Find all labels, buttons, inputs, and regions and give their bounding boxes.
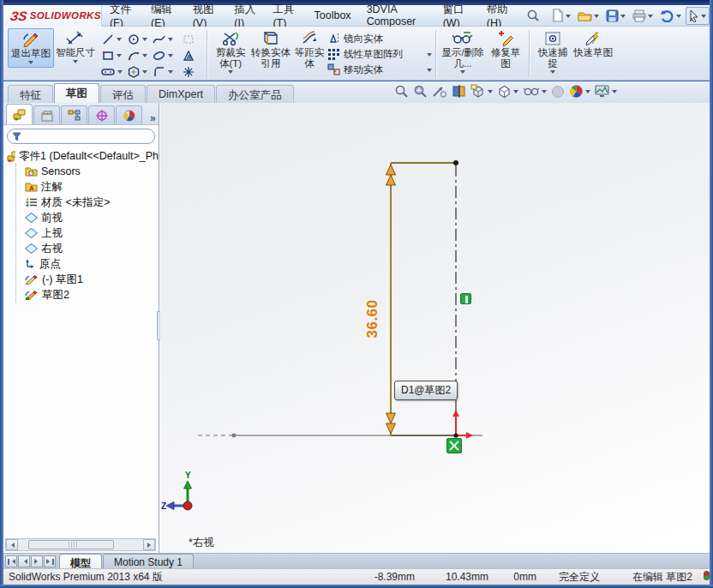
select-tool-button[interactable] bbox=[686, 7, 710, 25]
dimension-value[interactable]: 36.60 bbox=[364, 291, 381, 347]
zoom-to-area-icon[interactable] bbox=[413, 84, 428, 99]
trim-entities-caret[interactable] bbox=[228, 70, 233, 76]
tree-root-part[interactable]: 零件1 (Default<<Default>_Ph bbox=[7, 148, 159, 164]
tab-sketch[interactable]: 草图 bbox=[54, 83, 99, 103]
move-entities-caret[interactable] bbox=[427, 69, 432, 75]
line-tool[interactable] bbox=[99, 31, 124, 47]
polygon-tool-caret[interactable] bbox=[142, 70, 147, 76]
arc-tool-caret[interactable] bbox=[142, 54, 147, 60]
display-style-caret[interactable] bbox=[513, 90, 518, 96]
tab-features[interactable]: 特征 bbox=[8, 85, 53, 103]
ellipse-tool[interactable] bbox=[150, 47, 176, 63]
save-dropdown-caret[interactable] bbox=[620, 15, 626, 21]
linear-pattern-caret[interactable] bbox=[427, 53, 432, 59]
tree-item-top-plane[interactable]: 上视 bbox=[25, 225, 159, 241]
tree-item-sketch2[interactable]: 草图2 bbox=[25, 287, 159, 303]
open-dropdown-caret[interactable] bbox=[594, 15, 599, 21]
sketch-text-tool[interactable]: A bbox=[176, 47, 201, 63]
new-document-button[interactable] bbox=[548, 7, 573, 24]
offset-entities-button[interactable]: 等距实体 bbox=[291, 28, 327, 69]
hide-show-items-caret[interactable] bbox=[542, 90, 547, 96]
spline-tool-caret[interactable] bbox=[168, 38, 173, 44]
vertical-relation-badge[interactable] bbox=[460, 293, 471, 304]
next-tab-button[interactable] bbox=[31, 555, 43, 567]
scrollbar-thumb[interactable] bbox=[28, 540, 114, 549]
fillet-tool[interactable] bbox=[150, 63, 176, 80]
tree-item-front-plane[interactable]: 前视 bbox=[25, 210, 159, 225]
quick-snaps-button[interactable]: 快速捕捉 bbox=[533, 28, 572, 76]
new-dropdown-caret[interactable] bbox=[566, 15, 571, 21]
scroll-right-arrow[interactable] bbox=[143, 539, 155, 550]
repair-sketch-button[interactable]: 修复草图 bbox=[486, 28, 525, 69]
edit-appearance-caret[interactable] bbox=[585, 90, 590, 96]
tree-item-annotations[interactable]: + A 注解 bbox=[25, 179, 159, 195]
mirror-entities-button[interactable]: 镜向实体 bbox=[327, 31, 432, 46]
tab-office-products[interactable]: 办公室产品 bbox=[216, 85, 294, 103]
slot-tool-caret[interactable] bbox=[117, 70, 123, 76]
circle-tool-caret[interactable] bbox=[142, 38, 147, 44]
convert-entities-button[interactable]: 转换实体引用 bbox=[250, 28, 291, 69]
tab-dimxpert[interactable]: DimXpert bbox=[147, 85, 215, 103]
zoom-to-fit-icon[interactable] bbox=[394, 84, 409, 99]
save-button[interactable] bbox=[603, 8, 628, 24]
menu-toolbox[interactable]: Toolbox bbox=[307, 7, 359, 24]
tree-item-sketch1[interactable]: (-) 草图1 bbox=[25, 272, 159, 287]
previous-tab-button[interactable] bbox=[18, 555, 30, 567]
point-tool[interactable] bbox=[176, 63, 201, 80]
section-view-icon[interactable] bbox=[452, 84, 466, 99]
line-tool-caret[interactable] bbox=[117, 38, 122, 44]
tree-item-right-plane[interactable]: 右视 bbox=[25, 241, 159, 256]
fillet-tool-caret[interactable] bbox=[168, 70, 173, 76]
print-dropdown-caret[interactable] bbox=[648, 15, 653, 21]
select-dropdown-caret[interactable] bbox=[701, 15, 706, 21]
tree-filter-box[interactable] bbox=[7, 129, 155, 144]
open-button[interactable] bbox=[575, 8, 602, 24]
display-style-icon[interactable] bbox=[497, 84, 518, 99]
tree-item-origin[interactable]: 原点 bbox=[25, 256, 159, 272]
previous-view-icon[interactable] bbox=[432, 84, 447, 99]
arc-tool[interactable] bbox=[124, 47, 150, 63]
motion-study-tab[interactable]: Motion Study 1 bbox=[103, 554, 194, 568]
trim-entities-button[interactable]: 剪裁实体(T) bbox=[211, 28, 250, 76]
rectangle-tool-caret[interactable] bbox=[117, 54, 122, 60]
search-icon[interactable] bbox=[526, 9, 540, 22]
menu-3dvia-composer[interactable]: 3DVIA Composer bbox=[359, 1, 435, 30]
configurationmanager-tab[interactable] bbox=[61, 105, 87, 124]
tree-item-sensors[interactable]: Sensors bbox=[25, 164, 159, 179]
dimension-arrow-top[interactable] bbox=[386, 165, 396, 185]
model-tab[interactable]: 模型 bbox=[59, 554, 102, 568]
smart-dimension-button[interactable]: 智能尺寸 bbox=[54, 28, 97, 66]
scroll-left-arrow[interactable] bbox=[6, 539, 18, 550]
view-orientation-icon[interactable] bbox=[470, 84, 493, 99]
propertymanager-tab[interactable] bbox=[33, 105, 60, 124]
print-button[interactable] bbox=[630, 8, 656, 24]
hide-show-items-icon[interactable] bbox=[523, 84, 547, 99]
linear-pattern-button[interactable]: 线性草图阵列 bbox=[327, 46, 432, 62]
spline-tool[interactable] bbox=[150, 31, 176, 47]
exit-sketch-caret[interactable] bbox=[28, 61, 33, 67]
circle-tool[interactable] bbox=[124, 31, 150, 47]
last-tab-button[interactable] bbox=[44, 555, 56, 567]
tree-item-material[interactable]: 材质 <未指定> bbox=[25, 195, 159, 210]
graphics-viewport[interactable]: Y Z 36.60 D1@草图2 *右视 bbox=[160, 103, 710, 553]
display-delete-relations-button[interactable]: 显示/删除几... bbox=[440, 28, 486, 76]
scene-caret[interactable] bbox=[612, 90, 617, 96]
first-tab-button[interactable] bbox=[5, 555, 17, 567]
move-entities-button[interactable]: 移动实体 bbox=[327, 62, 432, 77]
dimension-arrow-bottom[interactable] bbox=[386, 413, 396, 434]
filter-input[interactable] bbox=[25, 130, 154, 142]
display-delete-relations-caret[interactable] bbox=[460, 70, 465, 76]
slot-tool[interactable] bbox=[99, 63, 124, 80]
panel-expand-chevron[interactable]: » bbox=[150, 112, 156, 124]
undo-button[interactable] bbox=[657, 8, 684, 24]
displaymanager-tab[interactable] bbox=[116, 105, 142, 124]
scene-icon[interactable] bbox=[595, 84, 617, 99]
corner-rectangle-tool[interactable] bbox=[99, 47, 124, 63]
polygon-tool[interactable] bbox=[124, 63, 150, 80]
edit-appearance-icon[interactable] bbox=[569, 84, 590, 99]
smart-dimension-caret[interactable] bbox=[73, 60, 78, 66]
ellipse-tool-caret[interactable] bbox=[168, 54, 173, 60]
featuremanager-tab[interactable] bbox=[6, 104, 33, 124]
dimxpertmanager-tab[interactable] bbox=[88, 105, 115, 124]
tab-evaluate[interactable]: 评估 bbox=[100, 85, 146, 103]
